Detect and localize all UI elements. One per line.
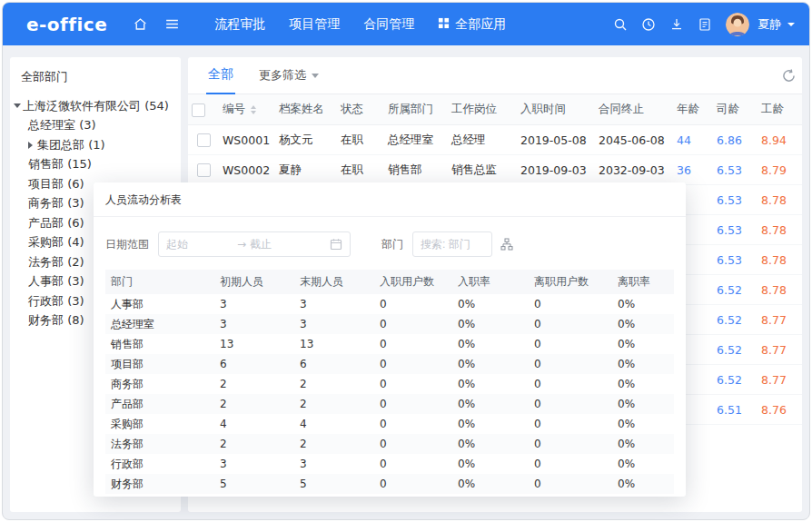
user-name[interactable]: 夏静 (758, 16, 781, 33)
tree-item-department[interactable]: 总经理室 (3) (10, 116, 181, 136)
flow-row[interactable]: 行政部3300%00% (105, 454, 674, 474)
user-menu-caret-icon[interactable] (787, 23, 795, 26)
more-filters-dropdown[interactable]: 更多筛选 (259, 67, 319, 84)
flow-cell: 0% (452, 374, 529, 394)
sort-icon[interactable] (251, 105, 256, 114)
employee-column-header[interactable]: 合同终止 (595, 94, 673, 125)
employee-row[interactable]: WS0001杨文元在职总经理室总经理2019-05-082045-06-0844… (188, 125, 802, 155)
department-search-input[interactable] (412, 231, 492, 257)
employee-column-header[interactable]: 工龄 (758, 94, 802, 125)
flow-row[interactable]: 总经理室3300%00% (105, 314, 674, 334)
tree-item-department[interactable]: 集团总部 (1) (10, 135, 181, 155)
employee-column-header[interactable]: 年龄 (673, 94, 713, 125)
clock-icon[interactable] (641, 17, 656, 32)
employee-column-header[interactable]: 司龄 (713, 94, 758, 125)
org-tree-icon[interactable] (500, 238, 513, 251)
employee-cell: 44 (673, 125, 713, 155)
employee-cell: 销售部 (384, 155, 448, 185)
select-all-checkbox[interactable] (192, 103, 205, 117)
app-window: e-office 流程审批 项目管理 合同管理 全部应用 (2, 2, 810, 520)
flow-cell: 0% (452, 294, 529, 314)
flow-cell: 总经理室 (105, 314, 214, 334)
tree-item-label: 项目部 (6) (28, 176, 84, 192)
eoffice-logo[interactable]: e-office (26, 14, 107, 35)
flow-analysis-table: 部门初期人员末期人员入职用户数入职率离职用户数离职率 人事部3300%00%总经… (105, 270, 674, 494)
flow-cell: 0 (529, 374, 612, 394)
tree-item-company[interactable]: 上海泛微软件有限公司 (54) (10, 96, 181, 116)
flow-row[interactable]: 产品部2200%00% (105, 394, 674, 414)
flow-cell: 项目部 (105, 354, 214, 374)
flow-row[interactable]: 项目部6600%00% (105, 354, 674, 374)
employee-cell: 2045-06-08 (595, 125, 673, 155)
flow-cell: 行政部 (105, 454, 214, 474)
row-checkbox[interactable] (197, 133, 211, 147)
employee-column-header[interactable]: 入职时间 (517, 94, 595, 125)
row-checkbox[interactable] (197, 163, 211, 177)
flow-table-header-row: 部门初期人员末期人员入职用户数入职率离职用户数离职率 (105, 270, 674, 294)
flow-cell: 人事部 (105, 294, 214, 314)
menu-item-contract[interactable]: 合同管理 (363, 16, 414, 33)
tree-item-label: 商务部 (3) (28, 195, 84, 212)
refresh-button[interactable] (781, 68, 797, 84)
flow-cell: 0 (374, 434, 452, 454)
flow-column-header: 离职用户数 (529, 270, 612, 294)
flow-row[interactable]: 商务部2200%00% (105, 374, 674, 394)
personnel-flow-modal: 人员流动分析表 日期范围 → 部门 (94, 182, 686, 497)
flow-cell: 0% (452, 354, 529, 374)
document-icon[interactable] (698, 17, 712, 32)
employee-column-header[interactable]: 档案姓名 (275, 94, 337, 125)
flow-cell: 4 (294, 414, 374, 434)
search-icon[interactable] (613, 17, 628, 32)
flow-cell: 0 (529, 434, 612, 454)
tree-item-label: 集团总部 (1) (37, 137, 105, 153)
flow-cell: 0 (374, 314, 452, 334)
all-departments-item[interactable]: 全部部门 (10, 57, 181, 94)
menu-icon[interactable] (164, 16, 180, 32)
date-start-input[interactable] (166, 238, 233, 251)
flow-row[interactable]: 销售部131300%00% (105, 334, 674, 354)
employee-row[interactable]: WS0002夏静在职销售部销售总监2019-09-032032-09-03366… (188, 155, 802, 185)
download-icon[interactable] (669, 17, 684, 32)
tree-item-department[interactable]: 销售部 (15) (10, 155, 181, 175)
flow-cell: 0 (529, 354, 612, 374)
tree-item-label: 上海泛微软件有限公司 (54) (23, 98, 169, 114)
calendar-icon[interactable] (330, 238, 342, 251)
flow-row[interactable]: 财务部5500%00% (105, 474, 674, 494)
employee-cell: 2019-05-08 (517, 125, 595, 155)
flow-row[interactable]: 人事部3300%00% (105, 294, 674, 314)
checkbox-cell (188, 155, 219, 185)
all-apps-button[interactable]: 全部应用 (438, 16, 506, 33)
flow-cell: 3 (214, 294, 294, 314)
flow-row[interactable]: 法务部2200%00% (105, 434, 674, 454)
tree-item-label: 人事部 (3) (28, 273, 84, 290)
flow-cell: 0% (452, 414, 529, 434)
modal-title: 人员流动分析表 (94, 182, 686, 217)
tree-expanded-icon[interactable] (14, 103, 23, 108)
user-avatar[interactable] (726, 13, 749, 36)
date-end-input[interactable] (250, 238, 317, 251)
employee-column-header[interactable]: 编号 (219, 94, 275, 125)
flow-cell: 2 (294, 394, 374, 414)
flow-column-header: 初期人员 (214, 270, 294, 294)
home-icon[interactable] (133, 16, 148, 32)
menu-item-project[interactable]: 项目管理 (289, 16, 340, 33)
flow-cell: 3 (214, 454, 294, 474)
flow-row[interactable]: 采购部4400%00% (105, 414, 674, 434)
flow-cell: 0 (529, 474, 612, 494)
employee-cell: 6.53 (713, 155, 758, 185)
employee-column-header[interactable]: 状态 (337, 94, 384, 125)
tab-all[interactable]: 全部 (206, 57, 235, 94)
menu-item-workflow[interactable]: 流程审批 (214, 16, 265, 33)
flow-cell: 商务部 (105, 374, 214, 394)
tree-collapsed-icon[interactable] (28, 142, 37, 149)
employee-cell: 8.78 (758, 215, 802, 245)
employee-cell: 6.53 (713, 185, 758, 215)
date-range-picker[interactable]: → (158, 231, 351, 257)
employee-cell: 8.77 (758, 335, 802, 365)
navbar-actions: 夏静 (613, 13, 795, 36)
tree-item-label: 销售部 (15) (28, 156, 92, 172)
employee-column-header[interactable]: 所属部门 (384, 94, 448, 125)
main-menu: 流程审批 项目管理 合同管理 (214, 16, 414, 33)
flow-cell: 0 (374, 414, 452, 434)
employee-column-header[interactable]: 工作岗位 (448, 94, 517, 125)
